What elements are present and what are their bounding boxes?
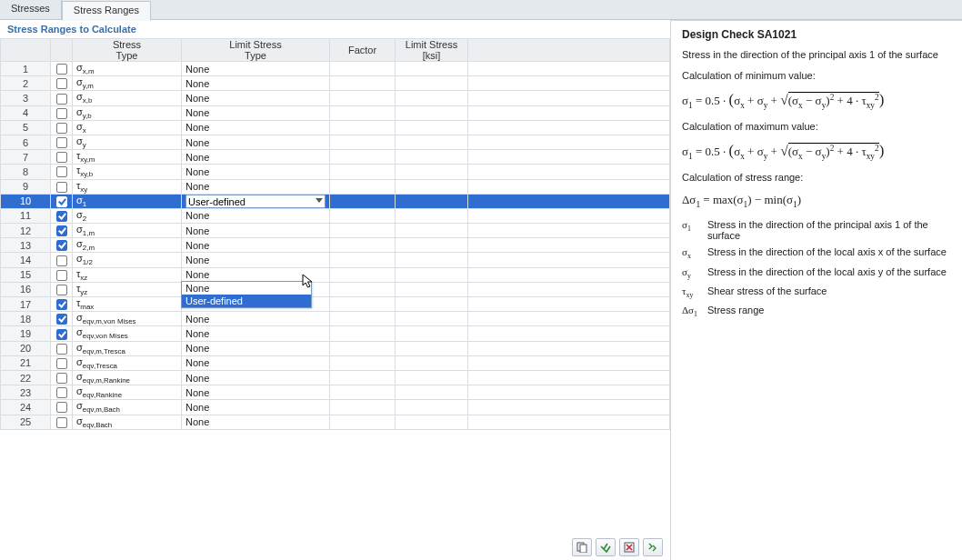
table-row[interactable]: 3σx,bNone — [1, 91, 670, 105]
table-row[interactable]: 23σeqv,RankineNone — [1, 385, 670, 400]
stress-type-cell[interactable]: σx — [73, 120, 182, 135]
row-checkbox[interactable] — [56, 152, 67, 163]
row-checkbox[interactable] — [56, 137, 67, 148]
table-row[interactable]: 4σy,bNone — [1, 105, 670, 120]
factor-cell[interactable] — [330, 224, 396, 238]
stress-type-cell[interactable]: τxy — [73, 179, 182, 194]
limit-type-cell[interactable]: None — [182, 312, 330, 326]
factor-cell[interactable] — [330, 415, 396, 429]
limit-type-cell[interactable]: None — [182, 179, 330, 194]
limit-type-cell[interactable]: None — [182, 267, 330, 282]
copy-button[interactable] — [572, 538, 592, 556]
table-row[interactable]: 8τxy,bNone — [1, 165, 670, 179]
row-checkbox[interactable] — [56, 314, 67, 325]
limit-type-cell[interactable]: None — [182, 355, 330, 370]
factor-cell[interactable] — [330, 267, 396, 282]
factor-cell[interactable] — [330, 208, 396, 223]
stress-type-cell[interactable]: σeqv,m,Bach — [73, 400, 182, 415]
limit-type-cell[interactable]: None — [182, 208, 330, 223]
limit-ksi-cell[interactable] — [396, 267, 468, 282]
table-row[interactable]: 17τmaxNone — [1, 297, 670, 312]
row-checkbox[interactable] — [56, 358, 67, 369]
row-checkbox-cell[interactable] — [51, 312, 73, 326]
row-checkbox[interactable] — [56, 417, 67, 428]
stress-type-cell[interactable]: σeqv,m,Rankine — [73, 370, 182, 385]
limit-ksi-cell[interactable] — [396, 105, 468, 120]
stress-type-cell[interactable]: σeqv,Rankine — [73, 385, 182, 400]
table-row[interactable]: 7τxy,mNone — [1, 150, 670, 165]
row-checkbox-cell[interactable] — [51, 282, 73, 296]
row-checkbox[interactable] — [56, 299, 67, 310]
row-checkbox[interactable] — [56, 211, 67, 222]
limit-ksi-cell[interactable] — [396, 326, 468, 341]
factor-cell[interactable] — [330, 194, 396, 208]
stress-type-cell[interactable]: σ1,m — [73, 224, 182, 238]
stress-type-cell[interactable]: τyz — [73, 282, 182, 296]
limit-type-cell[interactable]: None — [182, 238, 330, 253]
table-row[interactable]: 24σeqv,m,BachNone — [1, 400, 670, 415]
limit-ksi-cell[interactable] — [396, 400, 468, 415]
factor-cell[interactable] — [330, 62, 396, 76]
factor-cell[interactable] — [330, 135, 396, 149]
factor-cell[interactable] — [330, 370, 396, 385]
row-checkbox[interactable] — [56, 78, 67, 89]
stress-type-cell[interactable]: σy — [73, 135, 182, 149]
limit-type-cell[interactable]: None — [182, 370, 330, 385]
limit-type-cell[interactable]: None — [182, 105, 330, 120]
row-checkbox[interactable] — [56, 182, 67, 193]
limit-type-cell[interactable]: None — [182, 135, 330, 149]
stress-type-cell[interactable]: τxz — [73, 267, 182, 282]
table-row[interactable]: 10σ1User-defined — [1, 194, 670, 208]
limit-ksi-cell[interactable] — [396, 120, 468, 135]
tab-stress-ranges[interactable]: Stress Ranges — [62, 1, 151, 21]
limit-type-cell[interactable]: None — [182, 415, 330, 429]
row-checkbox-cell[interactable] — [51, 105, 73, 120]
row-checkbox-cell[interactable] — [51, 208, 73, 223]
row-checkbox[interactable] — [56, 402, 67, 413]
stress-type-cell[interactable]: σ2,m — [73, 238, 182, 253]
row-checkbox[interactable] — [56, 255, 67, 266]
table-row[interactable]: 1σx,mNone — [1, 62, 670, 76]
limit-type-cell[interactable]: None — [182, 385, 330, 400]
table-row[interactable]: 13σ2,mNone — [1, 238, 670, 253]
row-checkbox-cell[interactable] — [51, 297, 73, 312]
check-all-button[interactable] — [596, 538, 616, 556]
row-checkbox-cell[interactable] — [51, 238, 73, 253]
row-checkbox-cell[interactable] — [51, 370, 73, 385]
factor-cell[interactable] — [330, 297, 396, 312]
limit-ksi-cell[interactable] — [396, 297, 468, 312]
factor-cell[interactable] — [330, 312, 396, 326]
factor-cell[interactable] — [330, 282, 396, 296]
table-row[interactable]: 25σeqv,BachNone — [1, 415, 670, 429]
stress-type-cell[interactable]: τmax — [73, 297, 182, 312]
limit-type-cell[interactable]: None — [182, 91, 330, 105]
stress-type-cell[interactable]: σx,m — [73, 62, 182, 76]
table-row[interactable]: 14σ1/2None — [1, 253, 670, 267]
stress-type-cell[interactable]: σeqv,Tresca — [73, 355, 182, 370]
row-checkbox[interactable] — [56, 329, 67, 340]
dropdown-option-none[interactable]: None — [182, 282, 311, 295]
stress-type-cell[interactable]: σ1/2 — [73, 253, 182, 267]
limit-type-cell[interactable]: User-defined — [182, 194, 330, 208]
table-row[interactable]: 9τxyNone — [1, 179, 670, 194]
factor-cell[interactable] — [330, 165, 396, 179]
row-checkbox-cell[interactable] — [51, 165, 73, 179]
limit-ksi-cell[interactable] — [396, 312, 468, 326]
dropdown-option-user-defined[interactable]: User-defined — [182, 295, 311, 307]
stress-type-cell[interactable]: τxy,b — [73, 165, 182, 179]
factor-cell[interactable] — [330, 150, 396, 165]
row-checkbox-cell[interactable] — [51, 194, 73, 208]
factor-cell[interactable] — [330, 91, 396, 105]
row-checkbox-cell[interactable] — [51, 355, 73, 370]
row-checkbox-cell[interactable] — [51, 326, 73, 341]
limit-type-cell[interactable]: None — [182, 341, 330, 355]
table-row[interactable]: 15τxzNone — [1, 267, 670, 282]
factor-cell[interactable] — [330, 385, 396, 400]
factor-cell[interactable] — [330, 326, 396, 341]
row-checkbox-cell[interactable] — [51, 62, 73, 76]
stress-type-cell[interactable]: σ1 — [73, 194, 182, 208]
row-checkbox-cell[interactable] — [51, 91, 73, 105]
limit-type-cell[interactable]: None — [182, 400, 330, 415]
limit-type-cell[interactable]: None — [182, 76, 330, 91]
row-checkbox[interactable] — [56, 108, 67, 119]
